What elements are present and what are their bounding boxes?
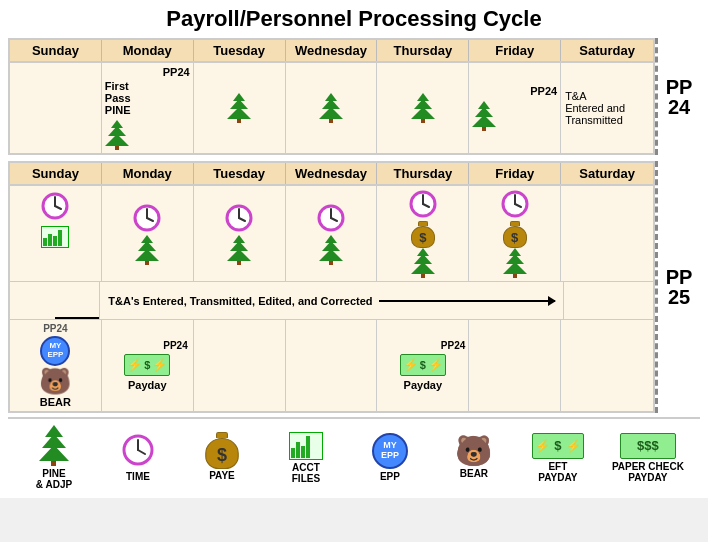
pine-icon-pp25-tuesday: [227, 235, 251, 265]
pp25-header-friday: Friday: [469, 163, 561, 184]
pp25-bottom-row: PP24 MYEPP 🐻 BEAR PP24 $ Payday: [10, 320, 653, 411]
pp24-pp: PP: [666, 77, 693, 97]
dollar-bill-monday: $: [124, 354, 170, 376]
header-saturday: Saturday: [561, 40, 653, 61]
legend-time: TIME: [108, 433, 168, 482]
pp25-monday-bottom-cell: PP24 $ Payday: [102, 320, 194, 411]
ta-arrow-line: [379, 300, 555, 302]
header-friday: Friday: [469, 40, 561, 61]
pp25-monday-pp: PP24: [163, 340, 187, 351]
pp24-saturday-cell: T&AEntered andTransmitted: [561, 63, 653, 153]
pp24-header-row: Sunday Monday Tuesday Wednesday Thursday…: [10, 40, 653, 63]
chart-icon-sunday: [41, 226, 69, 248]
pp24-grid: Sunday Monday Tuesday Wednesday Thursday…: [8, 38, 655, 155]
legend-eft: $ EFTPAYDAY: [528, 433, 588, 483]
bear-icon-sunday: 🐻: [39, 368, 71, 394]
clock-icon-sunday: [40, 191, 70, 223]
pine-icon-pp25-thursday: [411, 248, 435, 278]
pp25-section: Sunday Monday Tuesday Wednesday Thursday…: [8, 161, 700, 413]
legend-epp-icon: MYEPP: [372, 433, 408, 469]
legend-bear-label: BEAR: [460, 468, 488, 479]
legend-moneybag-icon: $: [208, 435, 236, 466]
pp25-num: 25: [668, 287, 690, 307]
pine-icon-pp25-friday: [503, 248, 527, 278]
pine-icon-pp25-wednesday: [319, 235, 343, 265]
header-monday: Monday: [102, 40, 194, 61]
ta-text: T&A's Entered, Transmitted, Edited, and …: [108, 295, 372, 307]
legend-acct: ACCTFILES: [276, 432, 336, 484]
legend-eft-icon: $: [532, 433, 584, 459]
header-sunday: Sunday: [10, 40, 102, 61]
legend-bear: 🐻 BEAR: [444, 436, 504, 479]
header-tuesday: Tuesday: [194, 40, 286, 61]
pp25-clock-row: $: [10, 186, 653, 282]
ta-row: T&A's Entered, Transmitted, Edited, and …: [10, 282, 653, 320]
legend-paye: $ PAYE: [192, 435, 252, 481]
pine-icon-tuesday: [227, 93, 251, 123]
legend-eft-label: EFTPAYDAY: [538, 461, 577, 483]
pp25-thursday-clock-cell: $: [377, 186, 469, 281]
pp25-tuesday-bottom-cell: [194, 320, 286, 411]
arrow-head: [548, 296, 556, 306]
pp25-saturday-bottom-cell: [561, 320, 653, 411]
clock-icon-monday: [132, 203, 162, 235]
pp25-sunday-pp: PP24: [43, 323, 67, 334]
pp25-thursday-bottom-cell: PP24 $ Payday: [377, 320, 469, 411]
legend-epp: MYEPP EPP: [360, 433, 420, 482]
legend-pine-icon: [39, 425, 69, 466]
pp25-label: PP 25: [655, 161, 700, 413]
pp25-grid: Sunday Monday Tuesday Wednesday Thursday…: [8, 161, 655, 413]
dollar-bill-thursday: $: [400, 354, 446, 376]
legend-paper-icon: $$$: [620, 433, 676, 459]
page-title: Payroll/Personnel Processing Cycle: [8, 6, 700, 32]
money-bag-icon-thursday: $: [411, 221, 435, 248]
pp25-header-thursday: Thursday: [377, 163, 469, 184]
pp24-monday-label: FirstPassPINE: [105, 80, 131, 116]
pp24-tuesday-cell: [194, 63, 286, 153]
legend-paper-label: PAPER CHECKPAYDAY: [612, 461, 684, 483]
pp25-friday-bottom-cell: [469, 320, 561, 411]
clock-icon-wednesday: [316, 203, 346, 235]
ta-span: T&A's Entered, Transmitted, Edited, and …: [100, 282, 563, 319]
pp25-header-saturday: Saturday: [561, 163, 653, 184]
pp24-monday-cell: PP24 FirstPassPINE: [102, 63, 194, 153]
pp24-friday-pp: PP24: [530, 85, 557, 97]
pp25-wednesday-bottom-cell: [286, 320, 378, 411]
legend: PINE& ADJP TIME $ PAYE: [8, 417, 700, 492]
pp24-friday-cell: PP24: [469, 63, 561, 153]
pine-icon-monday: [105, 120, 129, 150]
ta-line-start: [55, 317, 100, 319]
pp25-monday-payday: Payday: [128, 379, 167, 391]
pp25-sunday-label: BEAR: [40, 396, 71, 408]
pp25-header-row: Sunday Monday Tuesday Wednesday Thursday…: [10, 163, 653, 186]
pp25-monday-clock-cell: [102, 186, 194, 281]
header-wednesday: Wednesday: [286, 40, 378, 61]
legend-time-label: TIME: [126, 471, 150, 482]
pp24-wednesday-cell: [286, 63, 378, 153]
header-thursday: Thursday: [377, 40, 469, 61]
legend-pine-label: PINE& ADJP: [36, 468, 72, 490]
pp25-header-monday: Monday: [102, 163, 194, 184]
pp25-header-sunday: Sunday: [10, 163, 102, 184]
pp25-thursday-pp: PP24: [441, 340, 465, 351]
legend-paper: $$$ PAPER CHECKPAYDAY: [612, 433, 684, 483]
legend-pine: PINE& ADJP: [24, 425, 84, 490]
pp24-sunday-cell: [10, 63, 102, 153]
pp25-sunday-clock-cell: [10, 186, 102, 281]
money-bag-icon-friday: $: [503, 221, 527, 248]
pp25-sunday-bottom-cell: PP24 MYEPP 🐻 BEAR: [10, 320, 102, 411]
pine-icon-thursday: [411, 93, 435, 123]
ta-saturday-cell: [564, 282, 653, 319]
legend-chart-icon: [289, 432, 323, 460]
legend-epp-label: EPP: [380, 471, 400, 482]
pp24-num: 24: [668, 97, 690, 117]
pp24-content-row: PP24 FirstPassPINE: [10, 63, 653, 153]
pp24-thursday-cell: [377, 63, 469, 153]
pp24-saturday-label: T&AEntered andTransmitted: [565, 90, 625, 126]
pp24-label: PP 24: [655, 38, 700, 155]
epp-icon-sunday: MYEPP: [40, 336, 70, 366]
clock-icon-friday: [500, 189, 530, 221]
pp25-thursday-payday: Payday: [404, 379, 443, 391]
clock-icon-tuesday: [224, 203, 254, 235]
ta-sunday-cell: [10, 282, 100, 319]
